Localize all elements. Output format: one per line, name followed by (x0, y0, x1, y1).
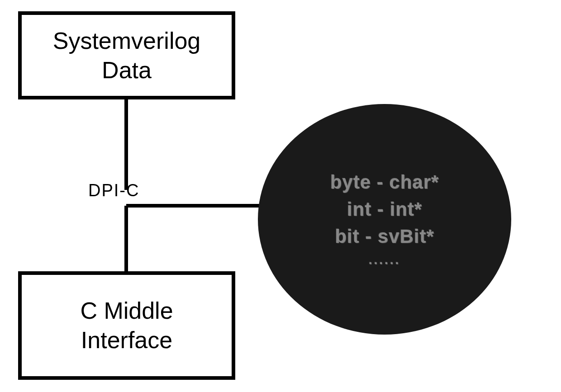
box-top-line1: Systemverilog (53, 28, 201, 54)
mapping-line1: byte - char* (330, 171, 439, 193)
systemverilog-data-box: Systemverilog Data (18, 11, 235, 99)
mapping-line2: int - int* (347, 198, 422, 220)
connector-line-horizontal (126, 204, 278, 208)
box-bottom-line1: C Middle (80, 298, 173, 324)
mapping-line4: ...... (369, 253, 401, 267)
connector-line-upper (124, 99, 128, 190)
box-bottom-line2: Interface (81, 327, 172, 353)
connector-line-lower (124, 206, 128, 274)
dpi-c-label: DPI-C (88, 181, 139, 200)
box-top-line2: Data (102, 57, 152, 83)
type-mapping-circle: byte - char* int - int* bit - svBit* ...… (258, 104, 511, 335)
box-bottom-text: C Middle Interface (80, 296, 173, 355)
c-middle-interface-box: C Middle Interface (18, 271, 235, 380)
diagram-container: Systemverilog Data DPI-C C Middle Interf… (0, 0, 561, 392)
mapping-line3: bit - svBit* (335, 226, 434, 247)
box-top-text: Systemverilog Data (53, 26, 201, 85)
